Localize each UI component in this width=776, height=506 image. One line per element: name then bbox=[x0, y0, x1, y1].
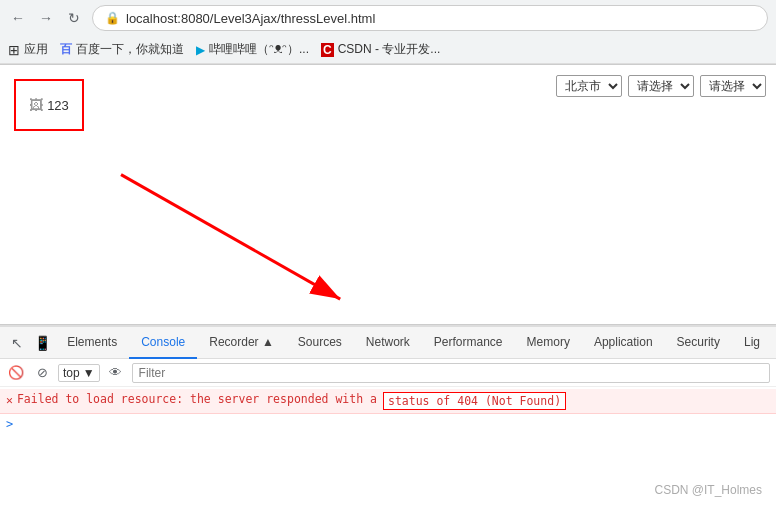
apps-icon: ⊞ bbox=[8, 42, 20, 58]
console-error-row: ✕ Failed to load resource: the server re… bbox=[0, 389, 776, 414]
bookmark-csdn[interactable]: C CSDN - 专业开发... bbox=[321, 41, 440, 58]
eye-icon[interactable]: 👁 bbox=[106, 363, 126, 383]
tab-memory[interactable]: Memory bbox=[515, 327, 582, 359]
bookmark-bilibili-label: 哔哩哔哩（ᵔᴥᵔ）... bbox=[209, 41, 309, 58]
tab-performance[interactable]: Performance bbox=[422, 327, 515, 359]
console-toolbar: 🚫 ⊘ top ▼ 👁 bbox=[0, 359, 776, 387]
prompt-icon: > bbox=[6, 417, 13, 431]
lock-icon: 🔒 bbox=[105, 11, 120, 25]
address-bar[interactable]: 🔒 localhost:8080/Level3Ajax/thressLevel.… bbox=[92, 5, 768, 31]
browser-chrome: ← → ↻ 🔒 localhost:8080/Level3Ajax/thress… bbox=[0, 0, 776, 65]
district-dropdown[interactable]: 请选择 bbox=[628, 75, 694, 97]
arrow-overlay bbox=[0, 65, 776, 324]
level-dropdown-icon: ▼ bbox=[83, 366, 95, 380]
bookmark-csdn-label: CSDN - 专业开发... bbox=[338, 41, 441, 58]
tab-lig[interactable]: Lig bbox=[732, 327, 772, 359]
clear-console-button[interactable]: 🚫 bbox=[6, 363, 26, 383]
csdn-icon: C bbox=[321, 43, 334, 57]
bookmark-apps-label: 应用 bbox=[24, 41, 48, 58]
devtools-tab-bar: ↖ 📱 Elements Console Recorder ▲ Sources … bbox=[0, 327, 776, 359]
back-button[interactable]: ← bbox=[8, 8, 28, 28]
bookmark-bilibili[interactable]: ▶ 哔哩哔哩（ᵔᴥᵔ）... bbox=[196, 41, 309, 58]
level-select[interactable]: top ▼ bbox=[58, 364, 100, 382]
watermark-text: CSDN @IT_Holmes bbox=[654, 483, 762, 497]
console-prompt: > bbox=[0, 414, 776, 434]
error-message-text: Failed to load resource: the server resp… bbox=[17, 392, 377, 406]
tab-network[interactable]: Network bbox=[354, 327, 422, 359]
tab-security[interactable]: Security bbox=[665, 327, 732, 359]
mobile-icon[interactable]: 📱 bbox=[30, 329, 56, 357]
nav-bar: ← → ↻ 🔒 localhost:8080/Level3Ajax/thress… bbox=[0, 0, 776, 36]
error-icon: ✕ bbox=[6, 393, 13, 407]
url-text: localhost:8080/Level3Ajax/thressLevel.ht… bbox=[126, 11, 375, 26]
csdn-watermark: CSDN @IT_Holmes bbox=[654, 480, 762, 498]
broken-image-icon: 🖼 bbox=[29, 97, 43, 113]
image-placeholder: 🖼 123 bbox=[14, 79, 84, 131]
bookmark-apps[interactable]: ⊞ 应用 bbox=[8, 41, 48, 58]
page-dropdowns: 北京市 请选择 请选择 bbox=[556, 75, 766, 97]
tab-application[interactable]: Application bbox=[582, 327, 665, 359]
filter-button[interactable]: ⊘ bbox=[32, 363, 52, 383]
page-content: 🖼 123 北京市 请选择 请选择 bbox=[0, 65, 776, 325]
tab-recorder[interactable]: Recorder ▲ bbox=[197, 327, 286, 359]
error-highlight: status of 404 (Not Found) bbox=[383, 392, 566, 410]
console-filter-input[interactable] bbox=[132, 363, 770, 383]
cursor-icon[interactable]: ↖ bbox=[4, 329, 30, 357]
bookmarks-bar: ⊞ 应用 百 百度一下，你就知道 ▶ 哔哩哔哩（ᵔᴥᵔ）... C CSDN -… bbox=[0, 36, 776, 64]
devtools-panel: ↖ 📱 Elements Console Recorder ▲ Sources … bbox=[0, 325, 776, 506]
tab-sources[interactable]: Sources bbox=[286, 327, 354, 359]
bookmark-baidu-label: 百度一下，你就知道 bbox=[76, 41, 184, 58]
baidu-icon: 百 bbox=[60, 41, 72, 58]
refresh-button[interactable]: ↻ bbox=[64, 8, 84, 28]
tab-console[interactable]: Console bbox=[129, 327, 197, 359]
bilibili-icon: ▶ bbox=[196, 43, 205, 57]
city-dropdown[interactable]: 北京市 bbox=[556, 75, 622, 97]
area-dropdown[interactable]: 请选择 bbox=[700, 75, 766, 97]
tab-elements[interactable]: Elements bbox=[55, 327, 129, 359]
bookmark-baidu[interactable]: 百 百度一下，你就知道 bbox=[60, 41, 184, 58]
image-text: 123 bbox=[47, 98, 69, 113]
svg-line-1 bbox=[121, 175, 340, 300]
level-label: top bbox=[63, 366, 80, 380]
forward-button[interactable]: → bbox=[36, 8, 56, 28]
